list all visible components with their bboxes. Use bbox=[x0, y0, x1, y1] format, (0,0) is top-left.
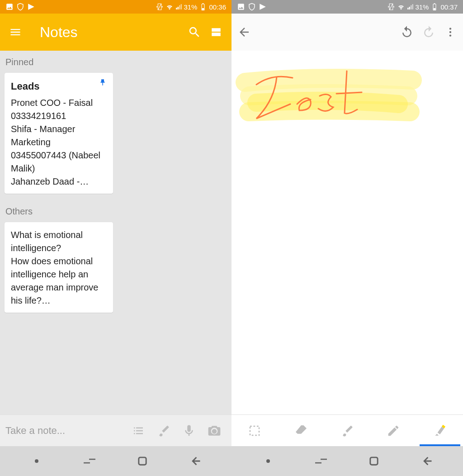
vibrate-icon bbox=[156, 3, 164, 11]
svg-point-0 bbox=[35, 459, 38, 463]
nav-assistant[interactable] bbox=[255, 459, 282, 463]
svg-rect-1 bbox=[138, 457, 146, 465]
battery-icon bbox=[430, 3, 439, 11]
highlighter-tool[interactable] bbox=[417, 415, 463, 446]
notes-content: Pinned Leads Pronet COO - Faisal 0333421… bbox=[0, 51, 232, 414]
image-icon bbox=[237, 3, 245, 11]
nav-bar bbox=[232, 446, 463, 476]
new-photo-button[interactable] bbox=[202, 420, 227, 442]
more-vert-icon bbox=[444, 26, 456, 38]
pen-icon bbox=[387, 424, 400, 438]
back-icon bbox=[420, 455, 434, 467]
note-title: Leads bbox=[11, 79, 107, 94]
brush-icon bbox=[157, 424, 170, 438]
image-icon bbox=[5, 3, 14, 11]
overflow-button[interactable] bbox=[439, 21, 461, 43]
svg-rect-6 bbox=[370, 457, 377, 465]
redo-icon bbox=[422, 25, 435, 39]
note-body: What is emotional intelligence? How does… bbox=[11, 228, 107, 307]
recents-icon bbox=[314, 456, 328, 466]
highlighter-icon bbox=[433, 424, 447, 438]
new-list-button[interactable] bbox=[126, 420, 151, 442]
nav-back[interactable] bbox=[413, 455, 440, 467]
vibrate-icon bbox=[387, 3, 395, 11]
nav-home[interactable] bbox=[129, 455, 156, 467]
nav-recents[interactable] bbox=[307, 456, 335, 466]
status-bar: 31% 00:36 bbox=[0, 0, 232, 14]
selection-icon bbox=[248, 424, 261, 438]
home-icon bbox=[136, 455, 149, 467]
play-icon bbox=[27, 3, 35, 11]
note-card-other[interactable]: What is emotional intelligence? How does… bbox=[5, 222, 113, 313]
recents-icon bbox=[83, 456, 96, 466]
select-tool[interactable] bbox=[232, 415, 278, 446]
note-body: Pronet COO - Faisal 03334219161 Shifa - … bbox=[11, 96, 107, 188]
drawing-screen: 31% 00:37 bbox=[232, 0, 463, 476]
brush-tool[interactable] bbox=[324, 415, 370, 446]
status-bar: 31% 00:37 bbox=[232, 0, 463, 14]
brush-icon bbox=[340, 424, 354, 438]
play-icon bbox=[259, 3, 267, 11]
nav-back[interactable] bbox=[182, 455, 209, 467]
pin-icon bbox=[99, 77, 107, 87]
svg-point-3 bbox=[449, 31, 451, 33]
view-toggle-button[interactable] bbox=[205, 21, 227, 43]
pinned-section-label: Pinned bbox=[5, 51, 227, 73]
hamburger-icon bbox=[9, 26, 22, 38]
nav-home[interactable] bbox=[360, 455, 387, 467]
camera-icon bbox=[207, 424, 222, 438]
svg-point-2 bbox=[449, 28, 451, 29]
arrow-back-icon bbox=[237, 25, 251, 39]
signal-icon bbox=[175, 4, 182, 10]
home-icon bbox=[368, 455, 380, 467]
battery-icon bbox=[199, 3, 207, 11]
time-text: 00:37 bbox=[440, 3, 458, 11]
eraser-tool[interactable] bbox=[278, 415, 324, 446]
nav-bar bbox=[0, 446, 232, 476]
time-text: 00:36 bbox=[209, 3, 226, 11]
notes-list-screen: 31% 00:36 Notes Pinned Leads Pronet COO … bbox=[0, 0, 232, 476]
mic-icon bbox=[182, 424, 196, 438]
drawing-toolbar bbox=[232, 414, 463, 446]
others-section-label: Others bbox=[5, 194, 227, 222]
svg-point-5 bbox=[266, 459, 270, 463]
shield-icon bbox=[16, 3, 24, 11]
app-bar: Notes bbox=[0, 14, 232, 51]
list-icon bbox=[132, 424, 145, 438]
note-card-pinned[interactable]: Leads Pronet COO - Faisal 03334219161 Sh… bbox=[5, 73, 113, 194]
search-icon bbox=[188, 25, 201, 39]
dot-icon bbox=[266, 459, 270, 463]
drawing-app-bar bbox=[232, 14, 463, 51]
page-title: Notes bbox=[40, 24, 184, 41]
view-agenda-icon bbox=[210, 26, 222, 38]
wifi-icon bbox=[397, 3, 405, 11]
drawing-canvas[interactable] bbox=[232, 51, 463, 414]
battery-text: 31% bbox=[415, 3, 429, 11]
battery-text: 31% bbox=[184, 3, 197, 11]
dot-icon bbox=[34, 459, 39, 463]
redo-button[interactable] bbox=[418, 21, 439, 43]
pen-tool[interactable] bbox=[370, 415, 416, 446]
shield-icon bbox=[248, 3, 256, 11]
new-drawing-button[interactable] bbox=[151, 420, 176, 442]
new-note-bar: Take a note... bbox=[0, 414, 232, 446]
nav-recents[interactable] bbox=[76, 456, 103, 466]
undo-button[interactable] bbox=[396, 21, 418, 43]
back-button[interactable] bbox=[233, 21, 255, 43]
signal-icon bbox=[407, 4, 413, 10]
new-voice-button[interactable] bbox=[176, 420, 202, 442]
wifi-icon bbox=[165, 3, 174, 11]
eraser-icon bbox=[294, 424, 308, 438]
search-button[interactable] bbox=[184, 21, 205, 43]
take-note-input[interactable]: Take a note... bbox=[5, 425, 126, 437]
drawing-content bbox=[232, 51, 463, 186]
back-icon bbox=[189, 455, 202, 467]
undo-icon bbox=[400, 25, 414, 39]
nav-assistant[interactable] bbox=[23, 459, 50, 463]
svg-point-4 bbox=[449, 34, 451, 36]
menu-button[interactable] bbox=[5, 21, 26, 43]
